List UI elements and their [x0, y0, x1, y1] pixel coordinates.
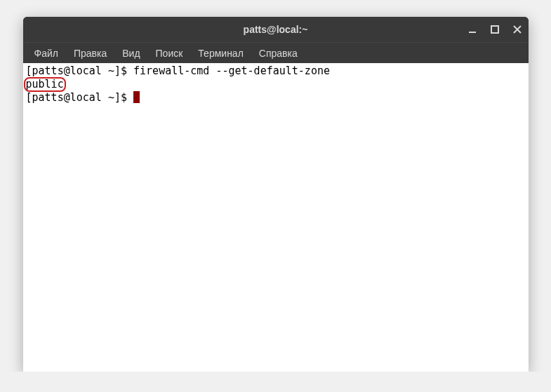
prompt: [patts@local ~]$: [26, 91, 134, 104]
prompt: [patts@local ~]$: [26, 65, 134, 77]
menu-search[interactable]: Поиск: [149, 45, 190, 62]
output-text: public: [26, 78, 64, 90]
menubar: Файл Правка Вид Поиск Терминал Справка: [23, 42, 529, 63]
terminal-line-3: [patts@local ~]$: [26, 91, 526, 104]
close-button[interactable]: [512, 24, 523, 35]
menu-terminal[interactable]: Терминал: [191, 45, 250, 62]
menu-edit[interactable]: Правка: [67, 45, 114, 62]
svg-rect-1: [491, 26, 498, 33]
window-controls: [467, 17, 523, 42]
cursor-icon: [133, 91, 140, 103]
terminal-content[interactable]: [patts@local ~]$ firewall-cmd --get-defa…: [23, 63, 529, 372]
terminal-window: patts@local:~ Файл Правка Вид Поиск Терм…: [23, 17, 529, 372]
menu-help[interactable]: Справка: [252, 45, 305, 62]
window-title: patts@local:~: [244, 24, 308, 35]
menu-file[interactable]: Файл: [27, 45, 65, 62]
minimize-button[interactable]: [467, 24, 478, 35]
titlebar: patts@local:~: [23, 17, 529, 42]
highlighted-output: public: [26, 78, 64, 91]
terminal-line-1: [patts@local ~]$ firewall-cmd --get-defa…: [26, 65, 526, 78]
menu-view[interactable]: Вид: [115, 45, 147, 62]
maximize-button[interactable]: [489, 24, 500, 35]
terminal-line-2: public: [26, 78, 526, 91]
command-text: firewall-cmd --get-default-zone: [133, 65, 330, 77]
svg-rect-0: [469, 32, 476, 33]
